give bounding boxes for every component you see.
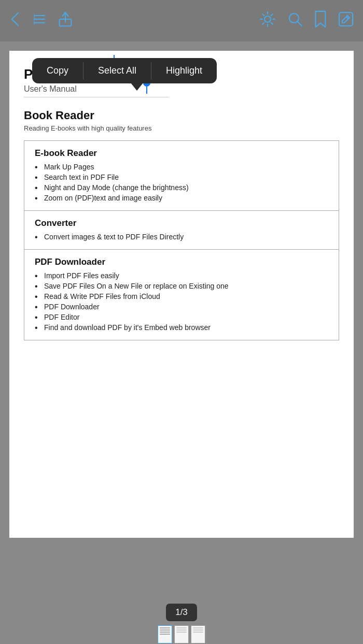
edit-icon[interactable] <box>338 11 354 31</box>
main-area: Copy Select All Highlight PDF Editor, PD… <box>0 41 363 603</box>
feature-item-0-1: Search text in PDF File <box>35 172 328 182</box>
page-indicator: 1/3 <box>166 604 197 621</box>
list-icon[interactable] <box>32 12 47 30</box>
section-title: Book Reader <box>24 109 339 122</box>
back-button[interactable] <box>9 11 21 31</box>
feature-item-2-4: PDF Editor <box>35 312 328 322</box>
feature-box-1: ConverterConvert images & text to PDF Fi… <box>24 211 339 250</box>
feature-item-0-0: Mark Up Pages <box>35 162 328 172</box>
feature-item-2-0: Import PDF Files easily <box>35 270 328 281</box>
toolbar-right <box>259 10 354 32</box>
share-icon[interactable] <box>58 10 73 32</box>
thumb-3[interactable] <box>191 625 205 643</box>
feature-item-2-5: Find and download PDF by it's Embed web … <box>35 322 328 333</box>
selection-handle-bottom-line <box>146 87 147 94</box>
thumbnail-strip <box>158 625 205 643</box>
feature-box-title-0: E-book Reader <box>24 141 339 162</box>
select-all-button[interactable]: Select All <box>83 58 151 83</box>
svg-line-18 <box>298 22 302 26</box>
feature-item-1-0: Convert images & text to PDF Files Direc… <box>35 232 328 242</box>
feature-item-2-1: Save PDF Files On a New File or replace … <box>35 281 328 291</box>
svg-line-16 <box>262 22 264 24</box>
highlight-button[interactable]: Highlight <box>151 58 217 83</box>
feature-item-2-2: Read & Write PDF Files from iCloud <box>35 291 328 302</box>
pdf-subtitle: User's Manual <box>24 84 339 94</box>
thumb-1[interactable] <box>158 625 172 643</box>
section-subtitle: Reading E-books with high quality featur… <box>24 124 339 132</box>
feature-item-0-2: Night and Day Mode (change the brightnes… <box>35 182 328 193</box>
title-divider <box>24 97 169 97</box>
copy-button[interactable]: Copy <box>32 58 83 83</box>
feature-box-title-1: Converter <box>24 211 339 232</box>
feature-box-title-2: PDF Downloader <box>24 250 339 270</box>
svg-line-14 <box>271 22 273 24</box>
search-icon[interactable] <box>287 11 303 31</box>
thumb-2[interactable] <box>174 625 189 643</box>
pdf-page: PDF Editor, PDF Book Reader User's Manua… <box>9 51 354 538</box>
svg-rect-19 <box>339 12 353 26</box>
toolbar-left <box>9 10 73 32</box>
feature-box-2: PDF DownloaderImport PDF Files easilySav… <box>24 250 339 340</box>
svg-point-8 <box>264 16 271 22</box>
feature-box-0: E-book ReaderMark Up PagesSearch text in… <box>24 140 339 211</box>
brightness-icon[interactable] <box>259 11 276 31</box>
toolbar <box>0 0 363 41</box>
context-menu: Copy Select All Highlight <box>32 58 217 83</box>
feature-item-0-3: Zoom on (PDF)text and image easily <box>35 193 328 203</box>
svg-line-13 <box>262 14 264 16</box>
bottom-bar: 1/3 <box>0 603 363 644</box>
feature-item-2-3: PDF Downloader <box>35 302 328 312</box>
bookmark-icon[interactable] <box>314 10 327 32</box>
svg-line-15 <box>271 14 273 16</box>
feature-boxes: E-book ReaderMark Up PagesSearch text in… <box>24 140 339 340</box>
